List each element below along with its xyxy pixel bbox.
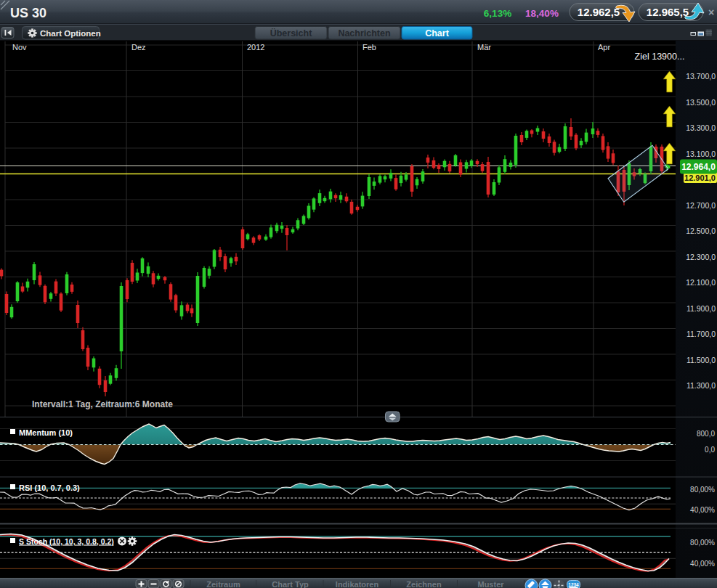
svg-text:Chart Typ: Chart Typ: [272, 580, 309, 588]
svg-text:Apr: Apr: [598, 43, 610, 52]
svg-text:12.965,5: 12.965,5: [647, 6, 689, 18]
svg-text:RSI (10, 0.7, 0.3): RSI (10, 0.7, 0.3): [19, 483, 80, 492]
svg-text:12.300,0: 12.300,0: [686, 253, 716, 261]
svg-text:6,13%: 6,13%: [484, 8, 511, 19]
svg-text:×: ×: [708, 7, 714, 18]
svg-text:S Stoch (10, 10, 3, 0.8, 0.2): S Stoch (10, 10, 3, 0.8, 0.2): [19, 537, 114, 546]
svg-text:11.700,0: 11.700,0: [686, 330, 716, 338]
svg-text:13.700,0: 13.700,0: [686, 72, 716, 81]
svg-text:2012: 2012: [247, 43, 264, 52]
svg-text:Chart: Chart: [425, 28, 449, 38]
svg-text:Dez: Dez: [131, 43, 146, 52]
svg-text:Nov: Nov: [12, 43, 27, 52]
svg-text:80,00%: 80,00%: [690, 539, 715, 547]
svg-text:Übersicht: Übersicht: [270, 28, 312, 38]
svg-text:12.901,0: 12.901,0: [684, 173, 716, 182]
svg-text:Muster: Muster: [477, 580, 504, 588]
svg-text:13.300,0: 13.300,0: [686, 123, 716, 132]
svg-text:18,40%: 18,40%: [525, 8, 559, 19]
svg-text:800,0: 800,0: [697, 430, 715, 438]
svg-text:13.500,0: 13.500,0: [686, 98, 716, 107]
svg-text:Chart Optionen: Chart Optionen: [40, 29, 101, 38]
svg-text:Indikatoren: Indikatoren: [336, 580, 379, 588]
svg-text:1234: 1234: [568, 582, 579, 587]
svg-text:11.300,0: 11.300,0: [686, 381, 716, 390]
svg-text:Feb: Feb: [362, 43, 376, 52]
svg-text:12.500,0: 12.500,0: [686, 226, 716, 235]
svg-text:13.100,0: 13.100,0: [686, 150, 716, 158]
svg-text:Nachrichten: Nachrichten: [338, 28, 390, 38]
svg-text:Intervall:1 Tag, Zeitraum:6 Mo: Intervall:1 Tag, Zeitraum:6 Monate: [32, 399, 173, 409]
svg-text:Zeitraum: Zeitraum: [206, 580, 240, 588]
svg-text:Ziel 13900...: Ziel 13900...: [635, 52, 685, 62]
svg-text:12.700,0: 12.700,0: [686, 201, 716, 210]
svg-text:11.900,0: 11.900,0: [686, 304, 716, 313]
svg-text:80,00%: 80,00%: [690, 486, 715, 494]
svg-text:12.100,0: 12.100,0: [686, 278, 716, 287]
svg-text:MMentum (10): MMentum (10): [19, 428, 73, 437]
svg-text:12.962,5: 12.962,5: [578, 6, 620, 18]
svg-text:40,00%: 40,00%: [690, 560, 715, 568]
svg-text:0,0: 0,0: [705, 446, 715, 454]
svg-text:12.964,0: 12.964,0: [681, 162, 716, 172]
svg-text:40,00%: 40,00%: [690, 506, 715, 514]
svg-text:Zeichnen: Zeichnen: [406, 580, 442, 588]
svg-text:US 30: US 30: [10, 6, 46, 20]
svg-text:Mär: Mär: [477, 43, 491, 52]
svg-text:11.500,0: 11.500,0: [686, 356, 716, 364]
